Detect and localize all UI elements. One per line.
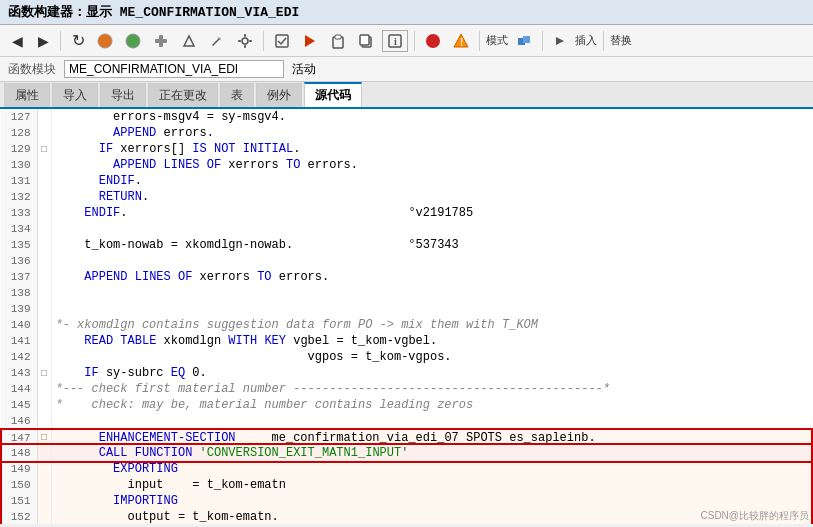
fold-indicator <box>37 397 51 413</box>
svg-point-4 <box>242 38 248 44</box>
fold-indicator <box>37 125 51 141</box>
line-number: 152 <box>1 509 37 524</box>
table-row: 152 output = t_kom-ematn. <box>1 509 812 524</box>
line-number: 141 <box>1 333 37 349</box>
fold-indicator[interactable]: □ <box>37 429 51 445</box>
code-cell: *- xkomdlgn contains suggestion data for… <box>51 317 812 333</box>
insert-button[interactable] <box>549 30 571 52</box>
code-cell <box>51 253 812 269</box>
line-number: 144 <box>1 381 37 397</box>
line-number: 129 <box>1 141 37 157</box>
play-icon <box>302 33 318 49</box>
fold-indicator[interactable]: □ <box>37 365 51 381</box>
line-number: 151 <box>1 493 37 509</box>
svg-rect-21 <box>523 36 530 43</box>
tab-import[interactable]: 导入 <box>52 83 98 107</box>
tool-icon-2 <box>181 33 197 49</box>
svg-rect-12 <box>335 35 341 39</box>
info-button[interactable]: i <box>382 30 408 52</box>
tool-button-2[interactable] <box>177 30 201 52</box>
tab-export[interactable]: 导出 <box>100 83 146 107</box>
line-number: 135 <box>1 237 37 253</box>
table-row: 143□ IF sy-subrc EQ 0. <box>1 365 812 381</box>
back-button[interactable]: ◀ <box>6 30 28 52</box>
mode-button[interactable] <box>512 30 536 52</box>
code-cell <box>51 301 812 317</box>
tool-icon-1 <box>153 33 169 49</box>
table-row: 148 CALL FUNCTION 'CONVERSION_EXIT_MATN1… <box>1 445 812 461</box>
copy-icon <box>358 33 374 49</box>
code-cell: *--- check first material number -------… <box>51 381 812 397</box>
replace-label: 替换 <box>610 33 632 48</box>
tab-exception[interactable]: 例外 <box>256 83 302 107</box>
tool-button-1[interactable] <box>149 30 173 52</box>
execute-button[interactable] <box>298 30 322 52</box>
code-scroll[interactable]: 127 errors-msgv4 = sy-msgv4.128 APPEND e… <box>0 109 813 524</box>
line-number: 140 <box>1 317 37 333</box>
table-row: 150 input = t_kom-ematn <box>1 477 812 493</box>
table-row: 142 vgpos = t_kom-vgpos. <box>1 349 812 365</box>
color-button-2[interactable] <box>121 30 145 52</box>
svg-point-0 <box>98 34 112 48</box>
code-cell: RETURN. <box>51 189 812 205</box>
title-value: 显示 ME_CONFIRMATION_VIA_EDI <box>86 3 299 21</box>
fold-indicator <box>37 205 51 221</box>
toolbar-sep-3 <box>414 31 415 51</box>
line-number: 143 <box>1 365 37 381</box>
line-number: 138 <box>1 285 37 301</box>
toolbar-sep-5 <box>542 31 543 51</box>
tab-table[interactable]: 表 <box>220 83 254 107</box>
title-label: 函数构建器： <box>8 3 86 21</box>
line-number: 148 <box>1 445 37 461</box>
fold-indicator <box>37 509 51 524</box>
check-button[interactable] <box>270 30 294 52</box>
line-number: 127 <box>1 109 37 125</box>
tab-bar: 属性导入导出正在更改表例外源代码 <box>0 82 813 109</box>
check-icon <box>274 33 290 49</box>
pencil-icon <box>209 33 225 49</box>
stop-button[interactable] <box>421 30 445 52</box>
line-number: 150 <box>1 477 37 493</box>
fold-indicator <box>37 221 51 237</box>
code-cell: IF xerrors[] IS NOT INITIAL. <box>51 141 812 157</box>
refresh-button[interactable]: ↻ <box>67 30 89 52</box>
info-icon: i <box>387 33 403 49</box>
module-name-input[interactable] <box>64 60 284 78</box>
table-row: 146 <box>1 413 812 429</box>
title-bar: 函数构建器： 显示 ME_CONFIRMATION_VIA_EDI <box>0 0 813 25</box>
toolbar-sep-1 <box>60 31 61 51</box>
code-table: 127 errors-msgv4 = sy-msgv4.128 APPEND e… <box>0 109 813 524</box>
line-number: 128 <box>1 125 37 141</box>
tab-changing[interactable]: 正在更改 <box>148 83 218 107</box>
table-row: 144*--- check first material number ----… <box>1 381 812 397</box>
color-button-1[interactable] <box>93 30 117 52</box>
line-number: 130 <box>1 157 37 173</box>
warning-button[interactable]: ! <box>449 30 473 52</box>
module-bar: 函数模块 活动 <box>0 57 813 82</box>
settings-button[interactable] <box>233 30 257 52</box>
table-row: 141 READ TABLE xkomdlgn WITH KEY vgbel =… <box>1 333 812 349</box>
stop-icon <box>425 33 441 49</box>
table-row: 149 EXPORTING <box>1 461 812 477</box>
code-cell: CALL FUNCTION 'CONVERSION_EXIT_MATN1_INP… <box>51 445 812 461</box>
tab-attr[interactable]: 属性 <box>4 83 50 107</box>
fold-indicator[interactable]: □ <box>37 141 51 157</box>
copy-button[interactable] <box>354 30 378 52</box>
clipboard-button[interactable] <box>326 30 350 52</box>
insert-icon <box>556 33 564 49</box>
table-row: 129□ IF xerrors[] IS NOT INITIAL. <box>1 141 812 157</box>
code-cell: errors-msgv4 = sy-msgv4. <box>51 109 812 125</box>
line-number: 149 <box>1 461 37 477</box>
forward-button[interactable]: ▶ <box>32 30 54 52</box>
code-cell: EXPORTING <box>51 461 812 477</box>
table-row: 147□ ENHANCEMENT-SECTION me_confirmation… <box>1 429 812 445</box>
edit-button[interactable] <box>205 30 229 52</box>
tab-source[interactable]: 源代码 <box>304 82 362 107</box>
module-bar-label: 函数模块 <box>8 61 56 78</box>
svg-text:!: ! <box>460 37 463 48</box>
fold-indicator <box>37 109 51 125</box>
line-number: 134 <box>1 221 37 237</box>
fold-indicator <box>37 253 51 269</box>
table-row: 145* check: may be, material number cont… <box>1 397 812 413</box>
code-cell <box>51 413 812 429</box>
